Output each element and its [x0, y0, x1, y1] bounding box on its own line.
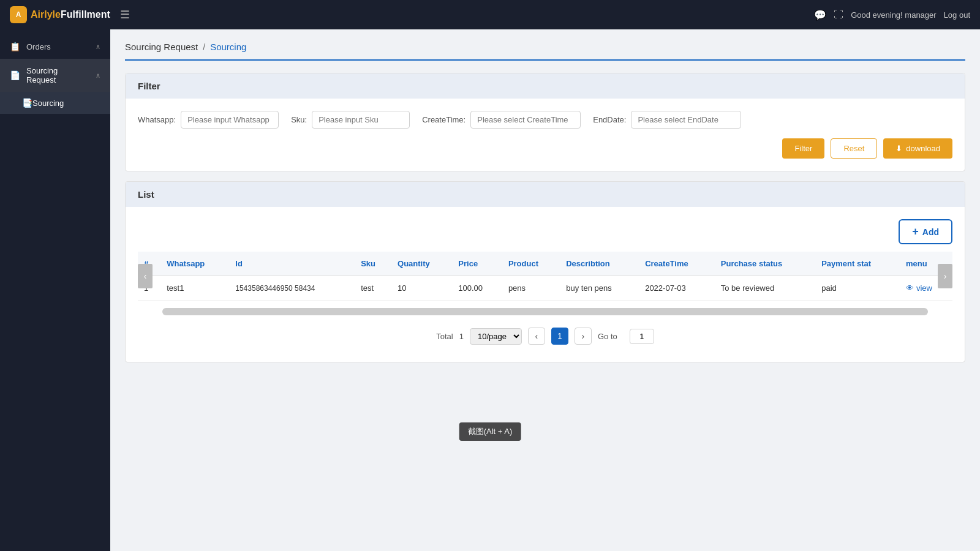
total-label: Total: [436, 332, 453, 341]
topnav-left: A AirlyleFulfillment ☰: [10, 6, 130, 23]
logout-button[interactable]: Log out: [944, 10, 970, 20]
sourcing-request-icon: 📄: [10, 70, 20, 80]
cell-sku: test: [355, 276, 391, 301]
sourcing-request-chevron: ∧: [96, 72, 100, 80]
sku-field: Sku:: [291, 111, 410, 129]
scroll-right-arrow[interactable]: ›: [938, 264, 952, 288]
whatsapp-field: Whatsapp:: [138, 111, 279, 129]
sidebar-item-sourcing[interactable]: 📑 Sourcing: [0, 92, 110, 114]
col-whatsapp: Whatsapp: [160, 252, 229, 276]
cell-createtime: 2022-07-03: [639, 276, 715, 301]
topnav-right: 💬 ⛶ Good evening! manager Log out: [814, 9, 970, 21]
filter-header: Filter: [126, 73, 965, 99]
add-label: Add: [922, 227, 939, 237]
filter-button[interactable]: Filter: [782, 138, 824, 159]
greeting-text: Good evening! manager: [851, 10, 936, 20]
view-label: view: [916, 283, 932, 293]
sku-input[interactable]: [312, 111, 410, 129]
logo-icon: A: [10, 6, 27, 23]
breadcrumb-separator: /: [203, 42, 205, 52]
cell-payment-status: paid: [815, 276, 900, 301]
logo: A AirlyleFulfillment: [10, 6, 110, 23]
table-header-row: # Whatsapp Id Sku Quantity Price Product…: [138, 252, 952, 276]
page-1-button[interactable]: 1: [551, 328, 568, 345]
list-body: + Add ‹ # Whatsapp Id Sku Qua: [126, 207, 965, 362]
col-price: Price: [452, 252, 502, 276]
table-wrapper: ‹ # Whatsapp Id Sku Quantity Price Produ…: [138, 252, 952, 301]
cell-description: buy ten pens: [560, 276, 639, 301]
whatsapp-input[interactable]: [181, 111, 279, 129]
col-description: Describtion: [560, 252, 639, 276]
horizontal-scrollbar[interactable]: [162, 308, 928, 315]
add-button[interactable]: + Add: [899, 219, 952, 244]
whatsapp-label: Whatsapp:: [138, 115, 176, 124]
next-page-button[interactable]: ›: [575, 328, 592, 345]
enddate-input[interactable]: [631, 111, 741, 129]
prev-page-button[interactable]: ‹: [528, 328, 545, 345]
main-layout: 📋 Orders ∧ 📄 Sourcing Request ∧ 📑 Sourci…: [0, 29, 980, 551]
filter-body: Whatsapp: Sku: CreateTime: EndDate:: [126, 99, 965, 171]
orders-label: Orders: [26, 42, 89, 51]
enddate-label: EndDate:: [593, 115, 626, 124]
breadcrumb-parent[interactable]: Sourcing Request: [125, 42, 198, 52]
col-quantity: Quantity: [391, 252, 452, 276]
data-table: # Whatsapp Id Sku Quantity Price Product…: [138, 252, 952, 301]
col-sku: Sku: [355, 252, 391, 276]
main-content: Sourcing Request / Sourcing Filter Whats…: [110, 29, 980, 551]
cell-id: 15435863446950 58434: [229, 276, 355, 301]
add-plus-icon: +: [912, 225, 919, 238]
createtime-input[interactable]: [470, 111, 581, 129]
list-actions: + Add: [138, 219, 952, 244]
cell-price: 100.00: [452, 276, 502, 301]
table-row: 1 test1 15435863446950 58434 test 10 100…: [138, 276, 952, 301]
col-id: Id: [229, 252, 355, 276]
eye-icon: 👁: [906, 283, 914, 293]
top-navigation: A AirlyleFulfillment ☰ 💬 ⛶ Good evening!…: [0, 0, 980, 29]
expand-icon[interactable]: ⛶: [834, 9, 843, 21]
topnav-icons: 💬 ⛶: [814, 9, 843, 21]
col-payment-status: Payment stat: [815, 252, 900, 276]
cell-purchase-status: To be reviewed: [715, 276, 815, 301]
pagination: Total 1 10/page 20/page 50/page ‹ 1 › Go…: [138, 318, 952, 350]
download-label: download: [906, 144, 940, 153]
download-icon: ⬇: [895, 144, 902, 153]
sourcing-label: Sourcing: [32, 99, 100, 108]
cell-quantity: 10: [391, 276, 452, 301]
download-button[interactable]: ⬇ download: [883, 138, 952, 159]
filter-row: Whatsapp: Sku: CreateTime: EndDate:: [138, 111, 952, 129]
sku-label: Sku:: [291, 115, 307, 124]
hamburger-icon[interactable]: ☰: [120, 8, 130, 21]
logo-airlyle: Airlyle: [31, 9, 61, 20]
goto-label: Go to: [598, 332, 617, 341]
sidebar-item-orders[interactable]: 📋 Orders ∧: [0, 34, 110, 59]
logo-fulfillment: Fulfillment: [61, 9, 110, 20]
list-header: List: [126, 182, 965, 207]
breadcrumb: Sourcing Request / Sourcing: [125, 42, 965, 61]
reset-button[interactable]: Reset: [831, 138, 877, 159]
goto-input[interactable]: [630, 329, 654, 344]
filter-section: Filter Whatsapp: Sku: CreateTime:: [125, 73, 965, 171]
createtime-field: CreateTime:: [422, 111, 581, 129]
filter-actions: Filter Reset ⬇ download: [138, 138, 952, 159]
cell-product: pens: [502, 276, 560, 301]
createtime-label: CreateTime:: [422, 115, 466, 124]
sidebar: 📋 Orders ∧ 📄 Sourcing Request ∧ 📑 Sourci…: [0, 29, 110, 551]
orders-icon: 📋: [10, 42, 20, 51]
orders-chevron: ∧: [96, 43, 100, 51]
col-product: Product: [502, 252, 560, 276]
total-count: 1: [459, 332, 464, 341]
col-createtime: CreateTime: [639, 252, 715, 276]
sidebar-item-sourcing-request[interactable]: 📄 Sourcing Request ∧: [0, 59, 110, 92]
scroll-left-arrow[interactable]: ‹: [138, 264, 153, 288]
sourcing-icon: 📑: [22, 98, 32, 108]
per-page-select[interactable]: 10/page 20/page 50/page: [470, 328, 522, 345]
cell-whatsapp: test1: [160, 276, 229, 301]
sourcing-request-label: Sourcing Request: [26, 66, 89, 84]
logo-text: AirlyleFulfillment: [31, 9, 110, 20]
col-purchase-status: Purchase status: [715, 252, 815, 276]
breadcrumb-current: Sourcing: [210, 42, 246, 52]
chat-icon[interactable]: 💬: [814, 9, 826, 21]
list-section: List + Add ‹ # Whatsapp: [125, 181, 965, 362]
enddate-field: EndDate:: [593, 111, 741, 129]
